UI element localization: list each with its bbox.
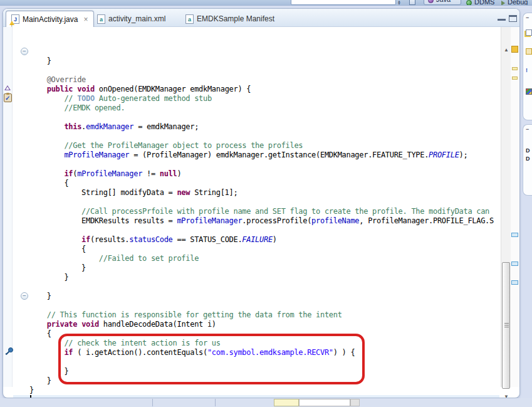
status-separator [152, 399, 153, 406]
collapse-icon[interactable]: − [21, 292, 28, 300]
overview-annotations-icon[interactable] [511, 46, 518, 53]
todo-task-marker-icon [4, 93, 12, 102]
annotation-highlight-box [58, 334, 365, 384]
minimize-strip-icon[interactable]: − [526, 126, 532, 132]
info-annotation-mark[interactable] [511, 280, 518, 285]
android-xml-file-icon: a [185, 14, 194, 24]
minimized-view-stack: − D D [523, 124, 532, 196]
perspective-button-debug[interactable]: Debug [501, 0, 528, 6]
java-perspective-icon [428, 0, 434, 3]
tab-label: activity_main.xml [108, 14, 165, 23]
perspective-label: Java [436, 0, 451, 3]
warning-annotation-mark[interactable] [512, 77, 518, 80]
perspective-label: DDMS [474, 0, 494, 6]
perspective-label: Debug [508, 0, 528, 6]
main-toolbar: ▲▼ Java DDMS Debug [0, 0, 532, 6]
tab-mainactivity-java[interactable]: J MainActivity.java × [6, 11, 94, 27]
minimized-view-icon[interactable]: ! [526, 67, 532, 73]
editor-window: J MainActivity.java × a activity_main.xm… [3, 8, 520, 398]
minimized-view-icon[interactable] [526, 48, 532, 55]
collapse-icon[interactable]: − [21, 48, 28, 55]
tab-label: MainActivity.java [23, 15, 78, 24]
close-icon[interactable]: × [83, 15, 88, 24]
minimize-strip-icon[interactable]: − [526, 14, 532, 21]
info-annotation-mark[interactable] [511, 233, 518, 237]
minimized-view-icon[interactable]: D [526, 156, 532, 162]
editor-tab-strip: J MainActivity.java × a activity_main.xm… [3, 9, 519, 27]
status-bar [0, 398, 532, 407]
heap-status-cell [299, 399, 350, 406]
minimize-view-icon[interactable] [498, 15, 506, 21]
spinner-icon[interactable]: ▲▼ [397, 0, 401, 5]
debug-perspective-icon [501, 1, 505, 6]
scroll-down-icon[interactable]: ▼ [501, 394, 511, 398]
table-icon[interactable] [409, 0, 415, 5]
maximize-view-icon[interactable] [509, 15, 517, 22]
folding-bar: − − [19, 27, 29, 387]
ddms-perspective-icon [466, 0, 472, 6]
vertical-scrollbar[interactable]: ▲ ▼ [501, 27, 511, 387]
status-cell [274, 399, 299, 406]
perspective-button-java[interactable]: Java [424, 0, 461, 5]
status-cell [350, 399, 360, 406]
java-file-warning-icon: J [11, 14, 19, 24]
code-editor-area[interactable]: − − } @Override public void onOpened(EMD… [3, 27, 519, 387]
tab-emdksample-manifest[interactable]: a EMDKSample Manifest [180, 11, 279, 27]
info-annotation-mark[interactable] [511, 262, 518, 266]
overview-ruler[interactable] [511, 27, 519, 387]
scroll-up-icon[interactable]: ▲ [501, 47, 511, 53]
warning-annotation-mark[interactable] [512, 67, 518, 70]
tab-activity-main-xml[interactable]: a activity_main.xml [92, 11, 170, 27]
minimized-view-icon[interactable]: D [526, 147, 532, 154]
android-xml-file-icon: a [97, 14, 105, 24]
status-separator [215, 399, 216, 406]
override-indicator-icon [4, 85, 11, 90]
vertical-scrollbar-thumb[interactable] [502, 262, 510, 389]
search-input[interactable] [291, 0, 396, 5]
perspective-button-ddms[interactable]: DDMS [466, 0, 494, 6]
minimized-view-stack: − ! [523, 13, 532, 120]
minimized-view-icon[interactable] [526, 29, 532, 36]
minimized-view-icon[interactable] [526, 88, 532, 95]
marker-bar [3, 27, 13, 387]
tab-label: EMDKSample Manifest [197, 14, 274, 23]
key-marker-icon [5, 347, 14, 356]
